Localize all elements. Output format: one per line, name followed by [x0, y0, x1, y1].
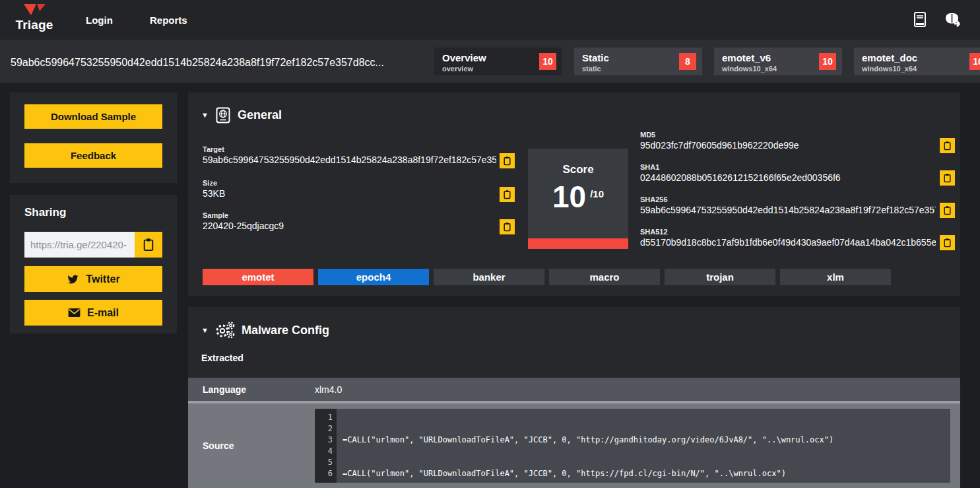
sha1-value: 02448602088b05162612152166f65e2ed00356f6	[640, 172, 841, 183]
share-email-button[interactable]: E-mail	[24, 300, 162, 326]
line-number: 4	[315, 446, 333, 457]
clipboard-icon	[504, 156, 511, 166]
line-number: 2	[315, 423, 333, 435]
share-twitter-button[interactable]: Twitter	[24, 266, 162, 292]
clipboard-icon	[944, 238, 951, 248]
top-navbar: Triage Login Reports	[0, 0, 980, 40]
source-row: Source 1 2 3 4 5 6 =CALL("urlmon", "URLD…	[188, 403, 960, 488]
code-line: =CALL("urlmon", "URLDownloadToFileA", "J…	[343, 435, 950, 446]
tab-static[interactable]: Static static 8	[574, 48, 702, 75]
copy-target-button[interactable]	[500, 153, 515, 168]
score-value: 10	[552, 182, 586, 212]
clipboard-icon	[944, 173, 951, 183]
score-badge: 10	[819, 53, 836, 70]
sample-value: 220420-25qdjacgc9	[203, 221, 284, 231]
tab-subtitle: windows10_x64	[862, 65, 980, 73]
clipboard-icon	[504, 222, 511, 232]
language-label: Language	[188, 384, 315, 395]
clipboard-icon	[944, 141, 951, 151]
code-line: =CALL("urlmon", "URLDownloadToFileA", "J…	[343, 468, 950, 479]
line-number-gutter: 1 2 3 4 5 6	[315, 409, 337, 483]
triage-logo[interactable]: Triage	[11, 3, 58, 32]
tag-xlm[interactable]: xlm	[780, 269, 891, 285]
tab-emotet-v6[interactable]: emotet_v6 windows10_x64 10	[714, 48, 842, 75]
size-label: Size	[203, 179, 217, 187]
submit-brain-arrow-icon[interactable]	[944, 12, 963, 28]
malware-config-section: ▼ Malware Config Extracted Language xlm4…	[188, 307, 960, 488]
chevron-down-icon[interactable]: ▼	[201, 327, 209, 334]
config-table: Language xlm4.0 Source 1 2 3 4 5 6 =CALL…	[188, 378, 960, 488]
tab-title: emotet_doc	[862, 52, 980, 63]
sha1-label: SHA1	[640, 163, 659, 171]
copy-sample-button[interactable]	[500, 219, 515, 234]
twitter-label: Twitter	[86, 273, 119, 285]
tag-emotet[interactable]: emotet	[203, 269, 313, 285]
sample-label: Sample	[203, 211, 228, 219]
score-box: Score 10 /10	[528, 149, 628, 249]
general-section: ▼ General Target 59ab6c59964753255950d42…	[188, 92, 960, 296]
sidebar-actions-panel: Download Sample Feedback	[10, 92, 177, 183]
nav-reports[interactable]: Reports	[150, 15, 187, 26]
copy-sha512-button[interactable]	[940, 235, 955, 250]
line-number: 1	[315, 412, 333, 423]
brand-name: Triage	[11, 18, 58, 32]
source-code-block[interactable]: 1 2 3 4 5 6 =CALL("urlmon", "URLDownload…	[315, 409, 950, 483]
general-section-header: ▼ General	[201, 107, 282, 123]
gears-icon	[215, 322, 235, 339]
score-label: Score	[528, 163, 628, 176]
size-value: 53KB	[203, 188, 225, 199]
envelope-icon	[68, 308, 81, 318]
report-header-bar: 59ab6c59964753255950d42edd1514b25824a238…	[0, 40, 980, 83]
share-url-input[interactable]	[24, 232, 135, 258]
score-denominator: /10	[590, 188, 604, 199]
md5-label: MD5	[640, 131, 655, 139]
docs-book-icon[interactable]	[913, 11, 927, 28]
source-code: =CALL("urlmon", "URLDownloadToFileA", "J…	[337, 409, 950, 483]
feedback-button[interactable]: Feedback	[24, 143, 162, 168]
copy-sha1-button[interactable]	[940, 170, 955, 186]
copy-sha256-button[interactable]	[940, 203, 955, 218]
tab-overview[interactable]: Overview overview 10	[434, 48, 562, 75]
passport-globe-icon	[215, 107, 231, 123]
tag-banker[interactable]: banker	[434, 269, 544, 285]
line-number: 6	[315, 468, 333, 479]
score-number: 10 /10	[528, 182, 628, 212]
malware-config-title: Malware Config	[242, 324, 329, 337]
clipboard-icon	[504, 190, 511, 199]
copy-share-url-button[interactable]	[135, 232, 162, 258]
clipboard-icon	[944, 205, 951, 215]
score-severity-bar	[528, 238, 628, 249]
sample-hash-breadcrumb: 59ab6c59964753255950d42edd1514b25824a238…	[11, 57, 384, 69]
target-label: Target	[203, 145, 224, 153]
copy-md5-button[interactable]	[940, 138, 955, 153]
copy-size-button[interactable]	[500, 187, 515, 202]
tag-epoch4[interactable]: epoch4	[318, 269, 429, 285]
download-sample-button[interactable]: Download Sample	[24, 104, 162, 129]
email-label: E-mail	[87, 307, 119, 319]
tab-emotet-doc[interactable]: emotet_doc windows10_x64 10	[854, 48, 980, 75]
tag-trojan[interactable]: trojan	[665, 269, 775, 285]
source-label: Source	[188, 440, 315, 451]
score-badge: 8	[679, 53, 696, 70]
twitter-icon	[67, 274, 79, 285]
sharing-title: Sharing	[24, 206, 66, 219]
sha256-label: SHA256	[640, 195, 668, 203]
extracted-label: Extracted	[201, 353, 244, 363]
nav-login[interactable]: Login	[86, 15, 113, 26]
triage-logo-icon	[19, 3, 49, 18]
target-value: 59ab6c59964753255950d42edd1514b25824a238…	[203, 155, 496, 165]
tag-macro[interactable]: macro	[549, 269, 660, 285]
clipboard-icon	[143, 238, 154, 252]
sha512-value: d55170b9d18c8bc17af9b1fdb6e0f49d430a9aef…	[640, 237, 936, 248]
score-badge: 10	[539, 53, 556, 70]
share-url-row	[24, 232, 162, 258]
sha256-value: 59ab6c59964753255950d42edd1514b25824a238…	[640, 205, 936, 215]
chevron-down-icon[interactable]: ▼	[201, 112, 209, 119]
tag-row: emotet epoch4 banker macro trojan xlm	[203, 269, 891, 285]
malware-config-header: ▼ Malware Config	[201, 322, 329, 339]
language-row: Language xlm4.0	[188, 378, 960, 401]
feedback-label: Feedback	[71, 150, 116, 161]
md5-value: 95d023fc7df70605d961b962220de99e	[640, 140, 799, 151]
sharing-panel: Sharing Twitter E-mail	[10, 195, 177, 333]
sha512-label: SHA512	[640, 228, 668, 236]
